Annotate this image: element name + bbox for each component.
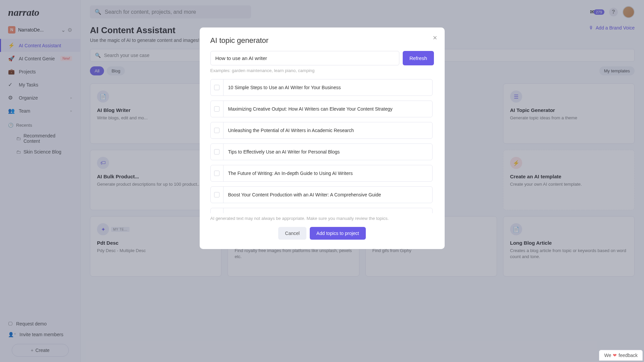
topic-checkbox[interactable]	[211, 122, 224, 138]
topic-row[interactable]: AI Writers and SEO: How to Improve Your …	[210, 208, 433, 213]
refresh-button[interactable]: Refresh	[403, 51, 434, 65]
examples-text: Examples: garden maintenance, learn pian…	[210, 68, 434, 73]
topic-checkbox[interactable]	[211, 101, 224, 117]
disclaimer: AI generated text may not always be appr…	[210, 216, 434, 221]
topics-list[interactable]: 10 Simple Steps to Use an AI Writer for …	[210, 79, 434, 213]
topic-row[interactable]: 10 Simple Steps to Use an AI Writer for …	[210, 79, 433, 96]
topic-row[interactable]: Boost Your Content Production with an AI…	[210, 186, 433, 203]
topic-text: 10 Simple Steps to Use an AI Writer for …	[224, 80, 432, 95]
add-topics-button[interactable]: Add topics to project	[310, 227, 366, 240]
topic-text: Boost Your Content Production with an AI…	[224, 188, 432, 202]
topic-text: Tips to Effectively Use an AI Writer for…	[224, 145, 432, 159]
close-button[interactable]: ×	[433, 34, 437, 42]
topic-checkbox[interactable]	[211, 187, 224, 203]
topic-row[interactable]: Tips to Effectively Use an AI Writer for…	[210, 143, 433, 160]
cancel-button[interactable]: Cancel	[278, 227, 306, 240]
topic-generator-modal: × AI topic generator Refresh Examples: g…	[200, 27, 445, 249]
topic-text: Unleashing the Potential of AI Writers i…	[224, 123, 432, 137]
topic-text: The Future of Writing: An In-depth Guide…	[224, 166, 432, 180]
topic-row[interactable]: The Future of Writing: An In-depth Guide…	[210, 165, 433, 182]
topic-text: Maximizing Creative Output: How AI Write…	[224, 102, 432, 116]
topic-checkbox[interactable]	[211, 144, 224, 160]
topic-checkbox[interactable]	[211, 165, 224, 181]
topic-checkbox[interactable]	[211, 208, 224, 213]
topic-row[interactable]: Maximizing Creative Output: How AI Write…	[210, 101, 433, 117]
topic-checkbox[interactable]	[211, 79, 224, 96]
modal-actions: Cancel Add topics to project	[210, 227, 434, 240]
topic-row[interactable]: Unleashing the Potential of AI Writers i…	[210, 122, 433, 139]
heart-icon: ❤	[613, 353, 617, 358]
topic-text: AI Writers and SEO: How to Improve Your …	[224, 209, 432, 213]
modal-overlay: × AI topic generator Refresh Examples: g…	[0, 0, 644, 362]
feedback-widget[interactable]: We ❤ feedback	[599, 350, 643, 361]
close-icon: ×	[433, 34, 437, 42]
modal-title: AI topic generator	[210, 36, 434, 45]
topic-input[interactable]	[210, 51, 399, 65]
